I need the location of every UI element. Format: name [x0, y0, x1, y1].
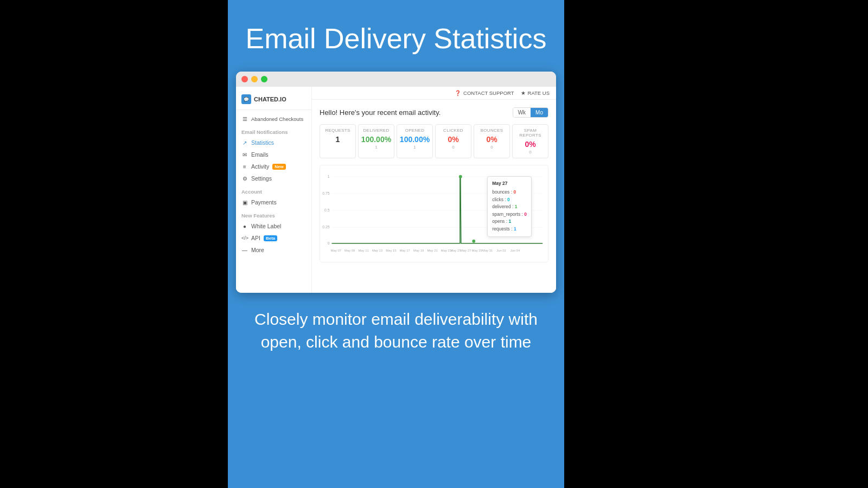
payments-icon: ▣ [241, 200, 248, 206]
contact-support-button[interactable]: ❓ CONTACT SUPPORT [455, 90, 514, 96]
stat-clicked-value: 0% [438, 135, 469, 144]
sidebar-item-label: API [251, 235, 260, 241]
stat-spam-sub: 0 [515, 150, 546, 155]
content-area: Hello! Here's your recent email activity… [312, 100, 556, 293]
stat-bounces-sub: 0 [476, 145, 507, 150]
svg-text:Jun 02: Jun 02 [496, 249, 506, 253]
sidebar-item-label: Settings [251, 175, 272, 182]
stat-delivered-label: DELIVERED [361, 128, 392, 133]
rate-us-label: RATE US [528, 90, 550, 96]
sidebar-item-label: Activity [251, 163, 269, 170]
sidebar-item-white-label[interactable]: ● White Label [236, 220, 311, 232]
svg-text:1: 1 [328, 175, 330, 178]
window-maximize-dot[interactable] [261, 76, 267, 82]
svg-text:May 19: May 19 [413, 249, 424, 253]
stat-bounces-label: BOUNCES [476, 128, 507, 133]
stat-spam: SPAM REPORTS 0% 0 [512, 124, 548, 158]
stat-opened: OPENED 100.00% 1 [397, 124, 433, 158]
page-title: Email Delivery Statistics [246, 22, 547, 55]
activity-badge: New [272, 164, 285, 170]
contact-support-label: CONTACT SUPPORT [463, 90, 514, 96]
tooltip-clicks: clicks : 0 [492, 196, 527, 204]
stat-requests: REQUESTS 1 [320, 124, 356, 158]
stat-clicked: CLICKED 0% 0 [435, 124, 471, 158]
sidebar-item-activity[interactable]: ≡ Activity New [236, 160, 311, 172]
sidebar-item-statistics[interactable]: ↗ Statistics [236, 137, 311, 149]
browser-body: 💬 CHATED.IO ☰ Abandoned Checkouts Email … [236, 87, 556, 293]
activity-title: Hello! Here's your recent email activity… [320, 108, 441, 117]
svg-text:May 13: May 13 [372, 249, 382, 253]
tooltip-bounces: bounces : 0 [492, 189, 527, 196]
stat-clicked-sub: 0 [438, 145, 469, 150]
chart-tooltip: May 27 bounces : 0 clicks : 0 delivered … [487, 176, 532, 236]
more-icon: — [241, 247, 248, 253]
toggle-week-button[interactable]: Wk [513, 108, 531, 117]
svg-text:May 29: May 29 [472, 249, 482, 253]
stat-opened-label: OPENED [399, 128, 430, 133]
svg-text:May 31: May 31 [482, 249, 493, 253]
activity-icon: ≡ [241, 164, 248, 170]
stat-opened-value: 100.00% [399, 135, 430, 144]
sidebar-item-abandoned-checkouts[interactable]: ☰ Abandoned Checkouts [236, 113, 311, 125]
sidebar-item-emails[interactable]: ✉ Emails [236, 149, 311, 160]
stat-spam-value: 0% [515, 140, 546, 149]
toggle-group: Wk Mo [513, 107, 548, 118]
sidebar-item-payments[interactable]: ▣ Payments [236, 196, 311, 208]
stat-bounces: BOUNCES 0% 0 [474, 124, 510, 158]
svg-text:0.5: 0.5 [324, 208, 330, 212]
svg-text:May 17: May 17 [400, 249, 410, 253]
sidebar: 💬 CHATED.IO ☰ Abandoned Checkouts Email … [236, 87, 312, 293]
logo-text: CHATED.IO [254, 96, 286, 102]
tooltip-spam: spam_reports : 0 [492, 211, 527, 219]
svg-text:0.25: 0.25 [322, 226, 329, 229]
center-panel: Email Delivery Statistics 💬 CHATED.IO ☰ … [228, 0, 564, 488]
chart-container: 1 0.75 0.5 0.25 0 [320, 165, 548, 262]
api-icon: </> [241, 235, 248, 241]
tooltip-date: May 27 [492, 180, 527, 188]
tooltip-requests: requests : 1 [492, 226, 527, 233]
settings-icon: ⚙ [241, 176, 248, 182]
rate-us-button[interactable]: ★ RATE US [521, 90, 550, 96]
topbar: ❓ CONTACT SUPPORT ★ RATE US [312, 87, 556, 100]
toggle-month-button[interactable]: Mo [531, 108, 548, 117]
api-badge: Beta [264, 235, 277, 241]
section-account: Account [236, 184, 311, 196]
sidebar-item-api[interactable]: </> API Beta [236, 232, 311, 244]
sidebar-item-settings[interactable]: ⚙ Settings [236, 172, 311, 184]
support-icon: ❓ [455, 90, 461, 96]
subtitle-text: Closely monitor email deliverability wit… [239, 308, 553, 354]
sidebar-item-label: More [251, 247, 264, 253]
sidebar-item-more[interactable]: — More [236, 244, 311, 256]
sidebar-item-label: Emails [251, 151, 269, 158]
browser-titlebar [236, 72, 556, 87]
sidebar-item-label: Abandoned Checkouts [251, 116, 303, 122]
stat-requests-label: REQUESTS [322, 128, 353, 133]
star-icon: ★ [521, 90, 526, 96]
activity-header: Hello! Here's your recent email activity… [320, 107, 548, 118]
window-minimize-dot[interactable] [251, 76, 258, 82]
stat-requests-value: 1 [322, 135, 353, 144]
svg-text:May 27: May 27 [461, 249, 471, 253]
stat-clicked-label: CLICKED [438, 128, 469, 133]
white-label-icon: ● [241, 223, 248, 229]
svg-point-10 [459, 175, 462, 178]
sidebar-item-label: Payments [251, 199, 277, 206]
svg-text:May 25: May 25 [450, 249, 461, 253]
section-email-notifications: Email Notifications [236, 125, 311, 137]
tooltip-delivered: delivered : 1 [492, 203, 527, 211]
stat-delivered: DELIVERED 100.00% 1 [358, 124, 394, 158]
sidebar-item-label: White Label [251, 223, 281, 229]
sidebar-item-label: Statistics [251, 139, 274, 146]
logo-icon: 💬 [241, 94, 251, 104]
stat-opened-sub: 1 [399, 145, 430, 150]
statistics-icon: ↗ [241, 140, 248, 146]
browser-window: 💬 CHATED.IO ☰ Abandoned Checkouts Email … [236, 72, 556, 293]
emails-icon: ✉ [241, 152, 248, 158]
stat-bounces-value: 0% [476, 135, 507, 144]
section-new-features: New Features [236, 208, 311, 220]
main-area: ❓ CONTACT SUPPORT ★ RATE US Hello! Here'… [312, 87, 556, 293]
svg-text:May 15: May 15 [386, 249, 397, 253]
svg-text:May 07: May 07 [331, 249, 341, 253]
svg-text:May 23: May 23 [441, 249, 451, 253]
window-close-dot[interactable] [241, 76, 248, 82]
